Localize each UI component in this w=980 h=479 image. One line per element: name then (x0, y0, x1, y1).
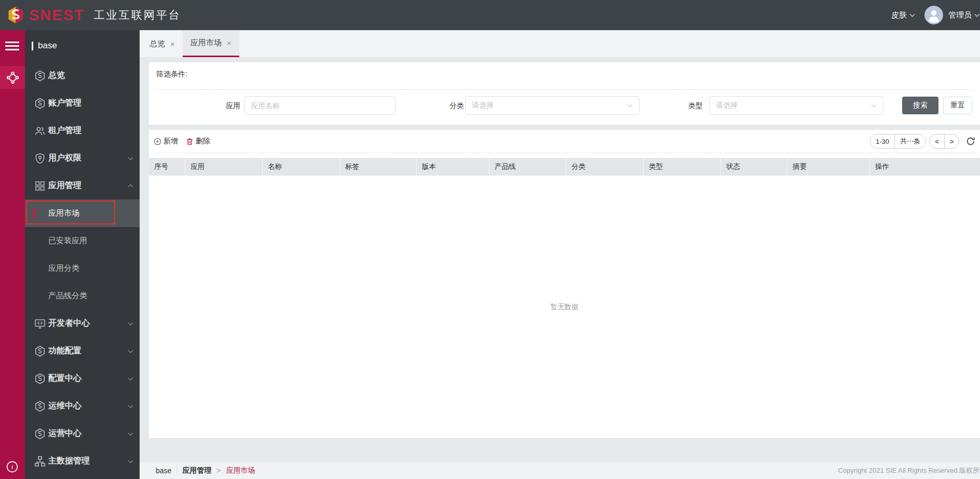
category-select[interactable]: 请选择 (465, 96, 639, 115)
chevron-down-icon (128, 430, 133, 435)
column-header-2: 名称 (263, 158, 340, 176)
tab-0[interactable]: 总览 × (142, 30, 183, 57)
sidebar-item-5[interactable]: 应用市场 (25, 199, 140, 227)
page-range[interactable]: 1-30 (870, 135, 894, 148)
sidebar-item-label: 总览 (48, 70, 65, 81)
skin-dropdown[interactable]: 皮肤 (891, 10, 914, 20)
main-area: 总览 × 应用市场 × 筛选条件: 应用 分类 请选择 类型 请选择 搜索 重置 (140, 30, 980, 479)
table-panel: 新增 删除 1-30 共⋯条 < > (149, 130, 980, 438)
sidebar-item-11[interactable]: 配置中心 (25, 365, 140, 392)
user-dropdown[interactable]: 管理员 (948, 10, 979, 20)
refresh-icon[interactable] (965, 136, 976, 147)
chevron-down-icon (872, 102, 877, 108)
prev-page-button[interactable]: < (930, 135, 944, 148)
info-icon: i (5, 460, 19, 474)
shield-user-icon (34, 152, 46, 165)
type-field-label: 类型 (674, 101, 703, 111)
sidebar-item-label: 功能配置 (48, 345, 81, 356)
column-header-6: 分类 (566, 158, 644, 176)
avatar[interactable] (924, 6, 943, 24)
chevron-down-icon (128, 320, 133, 325)
copyright-text: Copyright 2021 SIE All Rights Reserved.版… (838, 462, 980, 479)
node-network-icon (6, 71, 20, 85)
chevron-down-icon (628, 102, 633, 108)
sidebar-item-2[interactable]: 租户管理 (25, 117, 140, 144)
hexagon-s-icon (34, 97, 46, 110)
footer-bar: base 应用管理 > 应用市场 Copyright 2021 SIE All … (140, 462, 980, 479)
hexagon-s-icon (34, 428, 46, 440)
breadcrumb-app: base (156, 467, 171, 475)
hexagon-s-icon (34, 70, 46, 82)
sidebar-item-label: 账户管理 (48, 98, 81, 109)
page-range-pill: 1-30 共⋯条 (870, 134, 926, 149)
snest-logo-icon (6, 6, 25, 24)
sidebar-item-8[interactable]: 产品线分类 (25, 282, 140, 310)
type-select[interactable]: 请选择 (709, 96, 883, 115)
column-header-5: 产品线 (489, 158, 566, 176)
delete-button[interactable]: 删除 (185, 137, 210, 146)
close-icon[interactable]: × (227, 39, 232, 47)
close-icon[interactable]: × (170, 40, 175, 48)
chevron-down-icon (128, 348, 133, 353)
breadcrumb-current[interactable]: 应用市场 (226, 466, 255, 475)
sidebar-item-label: 用户权限 (48, 153, 81, 164)
menu-toggle-button[interactable] (5, 42, 19, 52)
column-header-0: 序号 (149, 158, 185, 176)
sidebar-item-10[interactable]: 功能配置 (25, 337, 140, 365)
column-header-4: 版本 (417, 158, 489, 176)
tab-bar: 总览 × 应用市场 × (140, 30, 980, 57)
sidebar-item-7[interactable]: 应用分类 (25, 255, 140, 282)
user-avatar-icon (924, 6, 943, 24)
chevron-down-icon (910, 12, 915, 17)
chevron-down-icon (128, 375, 133, 380)
sidebar-item-1[interactable]: 账户管理 (25, 89, 140, 117)
divider (155, 89, 974, 90)
search-button[interactable]: 搜索 (902, 97, 938, 114)
brand-name: SNEST (29, 7, 85, 24)
next-page-button[interactable]: > (944, 135, 959, 148)
tab-1[interactable]: 应用市场 × (183, 30, 239, 57)
sidebar-item-label: 已安装应用 (48, 236, 87, 246)
sidebar-item-6[interactable]: 已安装应用 (25, 227, 140, 255)
filter-panel: 筛选条件: 应用 分类 请选择 类型 请选择 搜索 重置 (149, 62, 980, 125)
sidebar-item-14[interactable]: 主数据管理 (25, 447, 140, 475)
hexagon-s-icon (34, 345, 46, 357)
app-field-label: 应用 (211, 101, 240, 111)
sidebar-item-label: 运营中心 (48, 428, 81, 439)
svg-text:i: i (11, 463, 13, 471)
sidebar-item-12[interactable]: 运维中心 (25, 392, 140, 420)
add-button[interactable]: 新增 (153, 137, 178, 146)
sidebar-item-9[interactable]: 开发者中心 (25, 310, 140, 337)
info-button[interactable]: i (5, 460, 19, 474)
table-header-row: 序号应用名称标签版本产品线分类类型状态摘要操作 (149, 158, 980, 176)
sidebar-item-label: 租户管理 (48, 125, 81, 136)
trash-icon (185, 137, 194, 146)
page-total: 共⋯条 (894, 135, 925, 148)
column-header-8: 状态 (721, 158, 787, 176)
hexagon-s-icon (34, 372, 46, 385)
monitor-code-icon (34, 317, 46, 330)
app-name-input[interactable] (244, 96, 396, 115)
app-rail: i (0, 30, 25, 479)
column-header-1: 应用 (185, 158, 263, 176)
sidebar-item-label: 主数据管理 (48, 456, 90, 467)
sidebar-item-3[interactable]: 用户权限 (25, 144, 140, 172)
app-switcher-button[interactable] (0, 66, 25, 89)
sitemap-icon (34, 455, 46, 468)
chevron-down-icon (128, 403, 133, 408)
sidebar-item-label: 开发者中心 (48, 318, 90, 329)
breadcrumb-parent[interactable]: 应用管理 (182, 466, 211, 475)
sidebar-item-label: 配置中心 (48, 373, 81, 384)
table-toolbar: 新增 删除 1-30 共⋯条 < > (149, 130, 980, 153)
sidebar-item-13[interactable]: 运营中心 (25, 420, 140, 447)
reset-button[interactable]: 重置 (943, 97, 972, 114)
chevron-down-icon (128, 155, 133, 160)
tab-label: 总览 (149, 39, 165, 49)
sidebar-item-0[interactable]: 总览 (25, 62, 140, 89)
column-header-9: 摘要 (787, 158, 870, 176)
sidebar-item-label: 应用管理 (48, 180, 81, 191)
pager-nav-pill: < > (929, 134, 959, 149)
sidebar-item-label: 运维中心 (48, 401, 81, 411)
sidebar-item-label: 应用分类 (48, 263, 79, 273)
sidebar-item-4[interactable]: 应用管理 (25, 172, 140, 199)
